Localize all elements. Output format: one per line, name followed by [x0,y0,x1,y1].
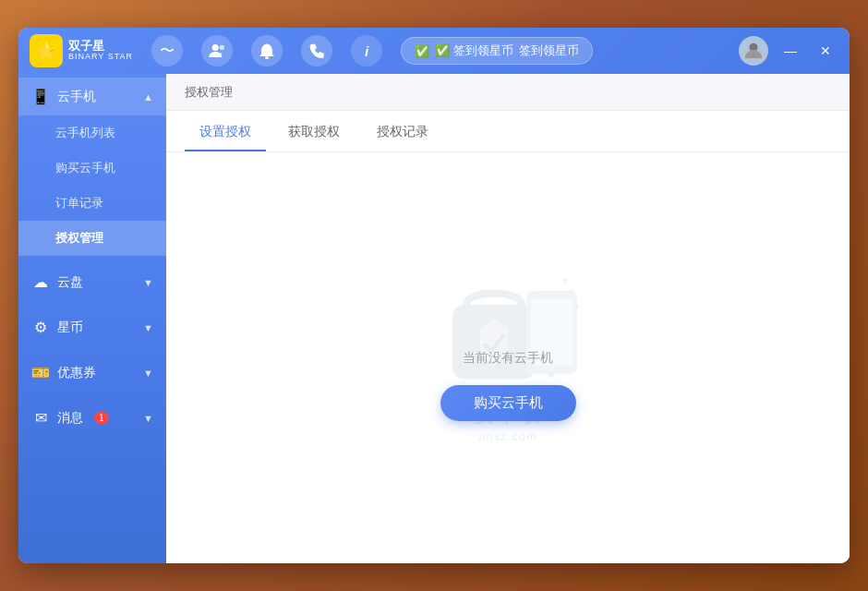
messages-icon: ✉ [31,409,50,427]
empty-state: 当前没有云手机 购买云手机 [440,350,576,421]
app-window: ⭐ 双子星 BINARY STAR 〜 [18,28,850,563]
sidebar-section-star-coins: ⚙ 星币 ▼ [18,305,166,350]
sidebar-section-coupons: 🎫 优惠券 ▼ [18,350,166,395]
coupons-arrow: ▼ [143,368,153,379]
empty-state-text: 当前没有云手机 [463,350,553,367]
tab-auth-log[interactable]: 授权记录 [362,115,443,151]
messages-badge: 1 [94,412,109,424]
svg-text:+: + [568,283,575,298]
bell-icon[interactable] [251,35,283,66]
sign-in-icon: ✅ [415,44,429,58]
sidebar-item-star-coins[interactable]: ⚙ 星币 ▼ [18,308,166,346]
cloud-phone-icon: 📱 [31,88,50,105]
breadcrumb: 授权管理 [185,84,233,101]
sidebar-section-messages: ✉ 消息 1 ▼ [18,395,166,440]
info-icon[interactable]: i [351,35,382,66]
wave-icon[interactable]: 〜 [151,35,183,66]
cloud-disk-icon: ☁ [31,273,50,291]
svg-point-1 [220,45,224,50]
sidebar-item-cloud-disk[interactable]: ☁ 云盘 ▼ [18,263,166,301]
panel-body: + ✦ ✦ 安下载 anxz.com 当前没有云手机 购买云手机 [166,152,850,563]
people-icon[interactable] [201,35,233,66]
title-nav: 〜 i ✅ [151,35,739,66]
svg-point-2 [265,56,269,59]
cloud-disk-arrow: ▼ [143,277,153,288]
sidebar-item-buy-phone[interactable]: 购买云手机 [18,151,166,186]
sidebar-item-orders[interactable]: 订单记录 [18,186,166,221]
sidebar-item-phone-list[interactable]: 云手机列表 [18,115,166,151]
panel-tabs: 设置授权 获取授权 授权记录 [166,111,850,152]
sidebar-item-cloud-phone[interactable]: 📱 云手机 ▲ [18,78,166,115]
sidebar-section-cloud-phone: 📱 云手机 ▲ 云手机列表 购买云手机 订单记录 授权管理 [18,74,166,259]
main-content: 📱 云手机 ▲ 云手机列表 购买云手机 订单记录 授权管理 [18,74,850,563]
cloud-phone-label: 云手机 [57,89,96,105]
star-coins-icon: ⚙ [31,319,50,336]
logo-cn: 双子星 [68,40,133,53]
title-bar: ⭐ 双子星 BINARY STAR 〜 [18,28,850,74]
logo-text: 双子星 BINARY STAR [68,40,133,62]
avatar[interactable] [739,36,768,66]
star-coins-arrow: ▼ [143,322,153,333]
sign-in-button[interactable]: ✅ ✅ 签到领星币 签到领星币 [401,37,593,65]
title-right: — ✕ [739,36,838,66]
sidebar: 📱 云手机 ▲ 云手机列表 购买云手机 订单记录 授权管理 [18,74,166,563]
right-panel: 授权管理 设置授权 获取授权 授权记录 [166,74,850,563]
coupons-label: 优惠券 [57,365,96,381]
svg-point-0 [212,44,219,51]
coupons-icon: 🎫 [31,364,50,381]
svg-text:✦: ✦ [561,275,569,285]
logo-en: BINARY STAR [68,53,133,62]
phone-call-icon[interactable] [301,35,332,66]
sidebar-item-messages[interactable]: ✉ 消息 1 ▼ [18,399,166,437]
messages-arrow: ▼ [143,413,153,424]
star-coins-label: 星币 [57,320,83,336]
close-button[interactable]: ✕ [813,38,838,64]
sidebar-item-auth-mgmt[interactable]: 授权管理 [18,221,166,256]
tab-get-auth[interactable]: 获取授权 [273,115,355,151]
watermark-subtext: anxz.com [478,429,537,443]
messages-label: 消息 [57,410,83,427]
svg-text:✦: ✦ [574,303,581,311]
sign-in-label: ✅ 签到领星币 [435,42,513,59]
app-logo: ⭐ 双子星 BINARY STAR [30,34,133,67]
cloud-disk-label: 云盘 [57,274,83,291]
panel-header: 授权管理 [166,74,850,111]
tab-set-auth[interactable]: 设置授权 [185,115,266,151]
cloud-phone-arrow: ▲ [143,91,153,103]
buy-phone-button[interactable]: 购买云手机 [440,385,576,421]
sidebar-item-coupons[interactable]: 🎫 优惠券 ▼ [18,354,166,392]
logo-icon: ⭐ [30,34,63,67]
sidebar-section-cloud-disk: ☁ 云盘 ▼ [18,259,166,305]
minimize-button[interactable]: — [778,38,803,64]
